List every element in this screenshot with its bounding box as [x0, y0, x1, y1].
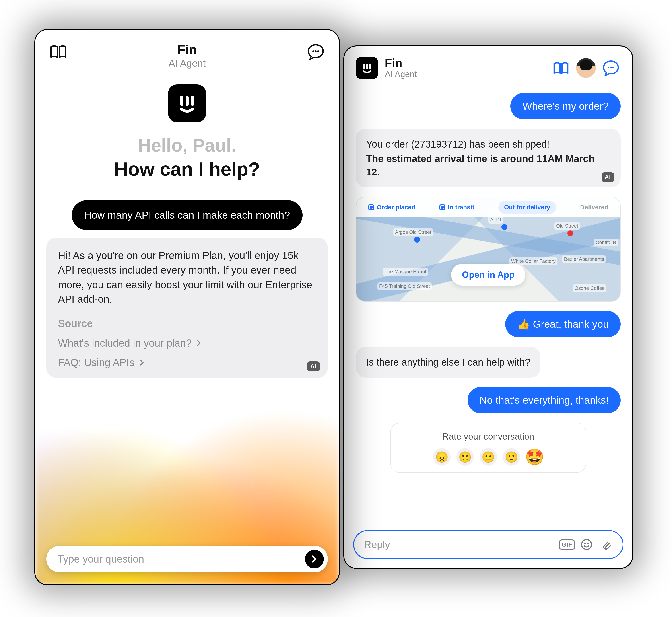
reply-composer: GIF — [353, 530, 623, 559]
map-label: The Masque Haunt — [383, 268, 428, 275]
step-delivered: Delivered — [580, 204, 608, 211]
home-header: Fin AI Agent — [35, 30, 339, 69]
conversation-panel: Fin AI Agent Where's my order? You order… — [343, 45, 633, 569]
bot-message-1-line1: You order (273193712) has been shipped! — [366, 138, 611, 151]
map-label: Bezier Apartments — [562, 255, 606, 263]
svg-point-12 — [582, 540, 592, 550]
rating-title: Rate your conversation — [397, 432, 579, 442]
new-conversation-icon[interactable] — [306, 42, 326, 61]
tracking-card: Argos Old Street ALDI Old Street The Mas… — [356, 197, 621, 301]
step-out-for-delivery: Out for delivery — [498, 201, 556, 214]
bot-answer-bubble: Hi! As a you're on our Premium Plan, you… — [46, 238, 328, 378]
brand-logo-small — [356, 57, 378, 79]
attachment-icon[interactable] — [600, 538, 613, 551]
map-label: F45 Training Old Street — [377, 282, 432, 290]
conv-title: Fin — [385, 57, 417, 69]
gif-icon[interactable]: GIF — [560, 538, 573, 551]
teammate-avatar[interactable] — [576, 58, 596, 78]
example-question-chip[interactable]: How many API calls can I make each month… — [72, 200, 303, 230]
map-label: Ozone Coffee — [573, 284, 607, 292]
user-message-1: Where's my order? — [510, 93, 621, 119]
messenger-home-panel: Fin AI Agent Hello, Paul. How can I help… — [34, 29, 340, 585]
svg-point-11 — [613, 67, 614, 68]
emoji-icon[interactable] — [580, 538, 593, 551]
brand-logo — [168, 84, 206, 123]
step-order-placed: Order placed — [368, 204, 415, 211]
hero-prompt: How can I help? — [35, 158, 339, 180]
rating-face-1[interactable]: 😠 — [433, 448, 451, 466]
svg-point-1 — [315, 50, 317, 52]
svg-point-13 — [584, 543, 586, 544]
bot-message-2: Is there anything else I can help with? — [356, 347, 540, 378]
home-subtitle: AI Agent — [68, 58, 306, 69]
ai-badge: AI — [602, 172, 614, 182]
rating-card: Rate your conversation 😠 🙁 😐 🙂 🤩 — [390, 423, 586, 473]
map-label: Central B — [594, 239, 618, 246]
bot-message-1-line2: The estimated arrival time is around 11A… — [366, 152, 611, 179]
home-title: Fin — [68, 42, 306, 57]
user-message-3: No that's everything, thanks! — [468, 387, 621, 413]
svg-point-2 — [317, 50, 319, 52]
svg-point-0 — [312, 50, 314, 52]
home-composer — [46, 546, 328, 572]
ai-badge: AI — [307, 361, 320, 371]
more-options-icon[interactable] — [601, 58, 621, 78]
svg-rect-7 — [366, 63, 368, 69]
map-label: Old Street — [554, 222, 580, 230]
source-heading: Source — [58, 316, 316, 331]
send-button[interactable] — [305, 550, 324, 568]
conversation-body: Where's my order? You order (273193712) … — [344, 86, 632, 473]
open-in-app-button[interactable]: Open in App — [451, 264, 525, 285]
conv-subtitle: AI Agent — [385, 69, 417, 79]
reply-input[interactable] — [364, 539, 554, 551]
user-message-2: 👍 Great, thank you — [505, 311, 621, 337]
svg-rect-8 — [369, 63, 371, 69]
svg-rect-5 — [191, 95, 194, 106]
svg-point-10 — [610, 67, 612, 68]
svg-point-9 — [608, 67, 609, 68]
tracking-steps: Order placed In transit Out for delivery… — [356, 197, 620, 217]
svg-rect-4 — [185, 95, 189, 106]
step-in-transit: In transit — [440, 204, 474, 211]
svg-rect-6 — [363, 63, 365, 69]
svg-rect-3 — [180, 95, 183, 106]
source-link-1[interactable]: What's included in your plan? — [58, 336, 316, 351]
hero-greeting: Hello, Paul. — [35, 135, 339, 156]
source-link-2[interactable]: FAQ: Using APIs — [58, 355, 316, 370]
bot-message-1: You order (273193712) has been shipped! … — [356, 129, 621, 187]
help-center-icon[interactable] — [551, 58, 571, 78]
help-center-icon[interactable] — [49, 42, 68, 61]
svg-point-14 — [587, 543, 589, 544]
rating-face-2[interactable]: 🙁 — [456, 448, 474, 466]
conversation-header: Fin AI Agent — [344, 46, 632, 86]
rating-face-4[interactable]: 🙂 — [503, 448, 520, 466]
map-label: Argos Old Street — [393, 228, 433, 236]
rating-face-3[interactable]: 😐 — [480, 448, 497, 466]
home-composer-input[interactable] — [57, 553, 305, 565]
rating-face-5[interactable]: 🤩 — [526, 448, 543, 466]
bot-answer-text: Hi! As a you're on our Premium Plan, you… — [58, 248, 316, 306]
